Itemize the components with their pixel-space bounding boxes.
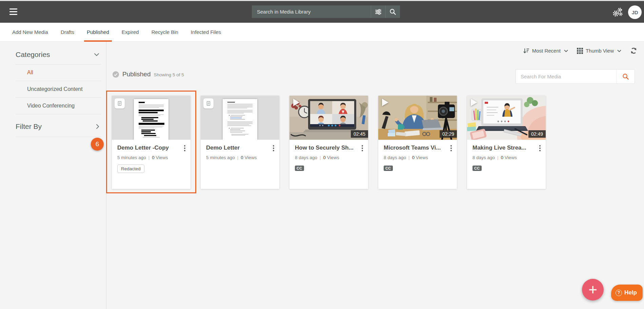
tab-expired[interactable]: Expired [121,23,140,42]
media-meta: 8 days ago | 0 Views [384,155,451,160]
media-search [516,69,635,84]
media-tabs: Add New Media Drafts Published Expired R… [0,23,644,42]
views-label: Views [245,155,257,160]
plus-icon: + [588,282,597,297]
media-meta: 5 minutes ago | 0 Views [117,155,185,160]
filter-by-section-header[interactable]: Filter By [16,114,101,137]
media-thumbnail[interactable] [201,96,279,140]
chevron-down-icon [94,53,99,56]
views-count: 0 [501,155,504,160]
chevron-down-icon [564,50,568,52]
tab-add-new-media[interactable]: Add New Media [12,23,49,42]
closed-captions-badge: CC [472,166,482,171]
media-time: 5 minutes ago [117,155,146,160]
view-label: Thumb View [586,48,614,54]
closed-captions-badge: CC [295,166,304,171]
meta-separator: | [320,155,321,160]
media-thumbnail[interactable] [112,96,190,140]
sidebar: Categories All Uncategorized Content Vid… [0,42,106,309]
media-title[interactable]: Making Live Strea... [472,144,532,151]
kebab-menu-icon[interactable] [182,144,187,152]
search-icon [622,73,629,80]
settings-gears-icon[interactable] [611,7,623,17]
media-time: 5 minutes ago [206,155,235,160]
card-body: Demo Letter -Copy 5 minutes ago | 0 View… [112,140,190,189]
user-avatar[interactable]: JD [628,5,642,19]
meta-separator: | [408,155,410,160]
media-meta: 8 days ago | 0 Views [472,155,540,160]
media-meta: 8 days ago | 0 Views [295,155,363,160]
section-heading: Published Showing 5 of 5 [112,71,184,78]
page-title: Published [122,71,150,78]
duration-badge: 02:29 [440,130,457,138]
media-time: 8 days ago [384,155,406,160]
media-card-microsoft-teams[interactable]: 02:29 Microsoft Teams Vi... 8 days ago |… [378,96,457,189]
global-search-input[interactable] [252,5,371,18]
media-title[interactable]: How to Securely Sh... [295,144,355,151]
help-button[interactable]: ? Help [611,285,643,301]
kebab-menu-icon[interactable] [537,144,543,152]
media-meta: 5 minutes ago | 0 Views [206,155,274,160]
media-title[interactable]: Microsoft Teams Vi... [384,144,443,151]
tab-infected-files[interactable]: Infected Files [190,23,222,42]
media-title[interactable]: Demo Letter -Copy [117,144,177,151]
sidebar-item-uncategorized-content[interactable]: Uncategorized Content [16,81,101,98]
sidebar-item-video-conferencing[interactable]: Video Conferencing [16,98,101,114]
duration-badge: 02:45 [351,130,368,138]
categories-section-header[interactable]: Categories [16,42,101,64]
help-label: Help [624,289,637,296]
media-time: 8 days ago [295,155,317,160]
media-search-input[interactable] [516,70,616,83]
views-label: Views [156,155,168,160]
tab-published[interactable]: Published [86,23,110,42]
media-thumbnail[interactable]: 02:29 [378,96,457,140]
categories-title: Categories [16,51,50,59]
duration-badge: 02:49 [528,130,546,138]
sidebar-item-all[interactable]: All [16,64,101,81]
meta-separator: | [497,155,499,160]
media-card-demo-letter[interactable]: Demo Letter 5 minutes ago | 0 Views [201,96,279,189]
redacted-tag: Redacted [117,165,144,173]
media-card-making-live-stream[interactable]: 02:49 Making Live Strea... 8 days ago | … [467,96,546,189]
view-dropdown[interactable]: Thumb View [577,48,621,54]
media-card-how-to-securely[interactable]: 02:45 How to Securely Sh... 8 days ago |… [289,96,368,189]
play-icon [293,99,300,106]
views-label: Views [416,155,428,160]
chevron-right-icon [96,124,99,129]
views-count: 0 [152,155,155,160]
tab-drafts[interactable]: Drafts [60,23,75,42]
selected-card-outline: Demo Letter -Copy 5 minutes ago | 0 View… [106,91,196,193]
media-thumbnail[interactable]: 02:45 [289,96,368,140]
play-icon [471,99,477,106]
card-body: Making Live Strea... 8 days ago | 0 View… [467,140,546,189]
kebab-menu-icon[interactable] [448,144,454,152]
question-icon: ? [616,290,622,296]
filter-by-title: Filter By [16,122,42,131]
sort-dropdown[interactable]: Most Recent [523,47,568,54]
document-icon [115,98,125,109]
refresh-icon[interactable] [630,47,637,54]
media-title[interactable]: Demo Letter [206,144,266,151]
add-media-fab[interactable]: + [582,279,604,301]
document-preview-redacted [134,99,168,140]
kebab-menu-icon[interactable] [271,144,276,152]
global-search [252,5,400,18]
card-body: Demo Letter 5 minutes ago | 0 Views [201,140,279,189]
tab-recycle-bin[interactable]: Recycle Bin [151,23,179,42]
chevron-down-icon [617,50,621,52]
sort-label: Most Recent [532,48,561,54]
list-toolbar: Most Recent Thumb View [523,47,637,54]
kebab-menu-icon[interactable] [360,144,365,152]
media-search-button[interactable] [616,70,635,83]
search-icon[interactable] [386,5,400,18]
media-card-demo-letter-copy[interactable]: Demo Letter -Copy 5 minutes ago | 0 View… [112,96,190,189]
filter-sliders-icon[interactable] [371,5,385,18]
media-card-grid: Demo Letter -Copy 5 minutes ago | 0 View… [112,96,546,193]
views-count: 0 [412,155,415,160]
hamburger-menu-icon[interactable] [9,8,17,15]
views-label: Views [327,155,339,160]
document-preview [223,99,257,140]
media-thumbnail[interactable]: 02:49 [467,96,546,140]
published-check-icon [112,71,119,78]
grid-view-icon [577,48,583,54]
